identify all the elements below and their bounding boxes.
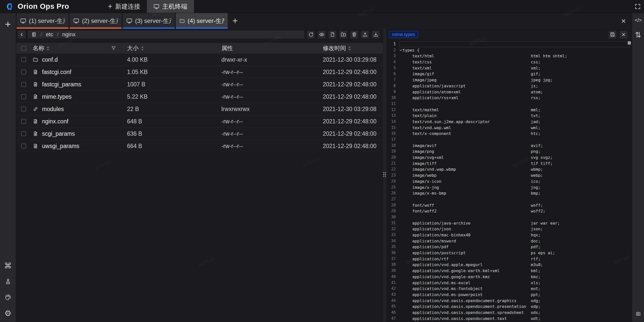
editor-line[interactable]: 4text/csscss; xyxy=(386,59,632,65)
editor-line[interactable]: 16text/x-componenthtc; xyxy=(386,131,632,137)
file-name[interactable]: fastcgi.conf xyxy=(42,69,71,76)
editor-line[interactable]: 47application/vnd.oasis.opendocument.tex… xyxy=(386,316,632,322)
palette-icon[interactable] xyxy=(4,293,13,302)
editor-line[interactable]: 13text/plaintxt; xyxy=(386,113,632,119)
panel-splitter[interactable] xyxy=(383,29,386,322)
file-row[interactable]: scgi_params636 B-rw-r--r--2021-12-29 02:… xyxy=(16,128,383,140)
editor-line[interactable]: 44application/vnd.oasis.opendocument.gra… xyxy=(386,298,632,304)
editor-line[interactable]: 6image/gifgif; xyxy=(386,71,632,77)
save-icon[interactable] xyxy=(609,31,616,39)
fullscreen-icon[interactable] xyxy=(634,3,641,10)
editor-line[interactable]: 43application/vnd.ms-powerpointppt; xyxy=(386,292,632,298)
editor-line[interactable]: 7image/jpegjpeg jpg; xyxy=(386,77,632,83)
editor-line[interactable]: 22image/vnd.wap.wbmpwbmp; xyxy=(386,166,632,172)
editor-line[interactable]: 21image/tifftif tiff; xyxy=(386,161,632,167)
breadcrumb-segment[interactable]: etc xyxy=(46,31,53,38)
delete-button[interactable] xyxy=(350,31,358,39)
editor-line[interactable]: 33application/mac-binhex40hqx; xyxy=(386,232,632,238)
editor-line[interactable]: 8application/javascriptjs; xyxy=(386,83,632,89)
menu-host-terminal[interactable]: 主机终端 xyxy=(147,0,194,13)
screenshot-icon[interactable] xyxy=(634,309,643,318)
editor-line[interactable]: 27 xyxy=(386,196,632,202)
fold-chevron-icon[interactable] xyxy=(399,47,403,53)
sort-toggle[interactable] xyxy=(47,46,50,51)
editor-line[interactable]: 17 xyxy=(386,137,632,143)
terminal-tab[interactable]: (3) server-生产-2 xyxy=(123,13,175,29)
file-name[interactable]: modules xyxy=(42,106,64,113)
file-name[interactable]: scgi_params xyxy=(42,130,75,137)
close-tabs-icon[interactable]: × xyxy=(621,13,626,29)
file-name[interactable]: uwsgi_params xyxy=(42,143,79,150)
row-checkbox[interactable] xyxy=(16,57,33,62)
terminal-tab[interactable]: (2) server-生产-1 xyxy=(70,13,122,29)
code-icon[interactable]: </> xyxy=(634,16,643,25)
file-row[interactable]: mime.types5.22 KB-rw-r--r--2021-12-29 02… xyxy=(16,91,383,103)
editor-line[interactable]: 25image/x-jngjng; xyxy=(386,185,632,191)
refresh-button[interactable] xyxy=(307,31,315,39)
editor-line[interactable]: 35application/pdfpdf; xyxy=(386,244,632,250)
row-checkbox[interactable] xyxy=(16,82,33,87)
editor-line[interactable]: 14text/vnd.sun.j2me.app-descriptorjad; xyxy=(386,119,632,125)
editor-line[interactable]: 20image/svg+xmlsvg svgz; xyxy=(386,155,632,161)
sort-toggle[interactable] xyxy=(348,46,351,51)
file-row[interactable]: fastcgi.conf1.05 KB-rw-r--r--2021-12-29 … xyxy=(16,66,383,78)
file-row[interactable]: uwsgi_params664 B-rw-r--r--2021-12-29 02… xyxy=(16,140,383,152)
editor-line[interactable]: 24image/x-iconico; xyxy=(386,178,632,185)
editor-line[interactable]: 15text/vnd.wap.wmlwml; xyxy=(386,125,632,131)
add-tab-button[interactable]: + xyxy=(232,13,238,29)
row-checkbox[interactable] xyxy=(16,119,33,124)
editor-line[interactable]: 39application/vnd.google-earth.kml+xmlkm… xyxy=(386,268,632,274)
editor-line[interactable]: 34application/msworddoc; xyxy=(386,238,632,244)
editor-line[interactable]: 28font/woffwoff; xyxy=(386,202,632,208)
download-button[interactable] xyxy=(372,31,380,39)
stamp-icon[interactable] xyxy=(4,277,13,286)
editor-line[interactable]: 5text/xmlxml; xyxy=(386,65,632,71)
menu-new-connection[interactable]: + 新建连接 xyxy=(101,0,147,13)
file-row[interactable]: modules22 Blrwxrwxrwx2021-12-30 03:29:08 xyxy=(16,103,383,115)
breadcrumb-segment[interactable]: nginx xyxy=(62,31,76,38)
file-row[interactable]: fastcgi_params1007 B-rw-r--r--2021-12-29… xyxy=(16,78,383,91)
file-row[interactable]: nginx.conf648 B-rw-r--r--2021-12-29 02:4… xyxy=(16,115,383,128)
editor-line[interactable]: 36application/postscriptps eps ai; xyxy=(386,250,632,256)
editor-line[interactable]: 10application/rss+xmlrss; xyxy=(386,95,632,101)
editor-line[interactable]: 30 xyxy=(386,214,632,220)
file-row[interactable]: conf.d4.00 KBdrwxr-xr-x2021-12-30 03:29:… xyxy=(16,54,383,66)
file-name[interactable]: mime.types xyxy=(42,93,72,100)
editor-scrollbar-thumb[interactable] xyxy=(628,41,631,45)
back-button[interactable]: ‹ xyxy=(18,30,26,39)
file-name[interactable]: conf.d xyxy=(42,56,58,63)
sidebar-add-button[interactable]: + xyxy=(5,19,11,29)
filter-icon[interactable] xyxy=(111,46,116,51)
editor-line[interactable]: 45application/vnd.oasis.opendocument.pre… xyxy=(386,304,632,310)
sort-vertical-icon[interactable]: ⇅ xyxy=(634,30,643,39)
editor-line[interactable]: 38application/vnd.apple.mpegurlm3u8; xyxy=(386,262,632,268)
row-checkbox[interactable] xyxy=(16,131,33,136)
file-name[interactable]: fastcgi_params xyxy=(42,81,81,88)
editor-line[interactable]: 46application/vnd.oasis.opendocument.spr… xyxy=(386,310,632,316)
row-checkbox[interactable] xyxy=(16,94,33,99)
terminal-tab[interactable]: (1) server-生产-1 xyxy=(17,13,68,29)
editor-line[interactable]: 9application/atom+xmlatom; xyxy=(386,89,632,95)
editor-line[interactable]: 1 xyxy=(386,41,632,47)
sort-toggle[interactable] xyxy=(141,46,144,51)
editor-body[interactable]: 12types {3text/htmlhtml htm shtml;4text/… xyxy=(386,40,632,322)
file-name[interactable]: nginx.conf xyxy=(42,118,68,125)
editor-file-tab[interactable]: mime.types xyxy=(389,31,418,38)
editor-line[interactable]: 42application/vnd.ms-fontobjecteot; xyxy=(386,286,632,292)
editor-line[interactable]: 18image/avifavif; xyxy=(386,143,632,149)
terminal-tab[interactable]: (4) server-生产-2 xyxy=(176,13,228,29)
editor-line[interactable]: 37application/rtfrtf; xyxy=(386,256,632,262)
editor-line[interactable]: 3text/htmlhtml htm shtml; xyxy=(386,53,632,59)
editor-line[interactable]: 23image/webpwebp; xyxy=(386,172,632,178)
close-editor-icon[interactable]: × xyxy=(620,31,627,39)
row-checkbox[interactable] xyxy=(16,144,33,149)
row-checkbox[interactable] xyxy=(16,106,33,112)
editor-line[interactable]: 19image/pngpng; xyxy=(386,149,632,155)
command-icon[interactable]: ⌘ xyxy=(4,261,13,270)
new-file-button[interactable] xyxy=(329,31,336,39)
settings-icon[interactable]: ⚙ xyxy=(4,309,13,318)
editor-line[interactable]: 31application/java-archivejar war ear; xyxy=(386,220,632,226)
breadcrumb[interactable]: / etc / nginx xyxy=(28,30,304,39)
row-checkbox[interactable] xyxy=(16,69,33,75)
editor-line[interactable]: 26image/x-ms-bmpbmp; xyxy=(386,190,632,196)
